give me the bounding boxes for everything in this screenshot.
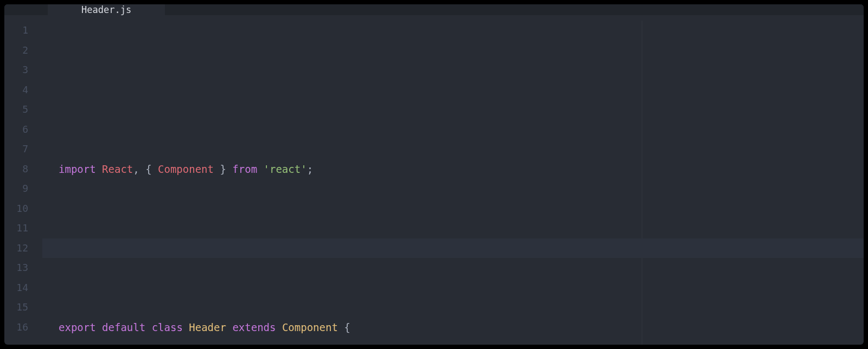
line-number: 8 — [4, 159, 28, 179]
tab-label: Header.js — [81, 4, 131, 15]
code-lines: import React, { Component } from 'react'… — [42, 100, 864, 345]
code-line: import React, { Component } from 'react'… — [42, 159, 864, 179]
line-number: 14 — [4, 278, 28, 298]
tab-spacer — [4, 4, 48, 15]
code-line: export default class Header extends Comp… — [42, 318, 864, 338]
editor-frame: Header.js 1 2 3 4 5 6 7 8 9 10 11 12 13 … — [4, 4, 864, 345]
code-line — [42, 238, 864, 258]
line-number: 6 — [4, 120, 28, 140]
line-number: 5 — [4, 100, 28, 120]
line-number: 11 — [4, 218, 28, 238]
line-number: 7 — [4, 139, 28, 159]
line-number: 16 — [4, 318, 28, 338]
line-number: 9 — [4, 179, 28, 199]
line-number: 2 — [4, 41, 28, 61]
line-number: 13 — [4, 258, 28, 278]
line-number: 12 — [4, 238, 28, 258]
line-number: 15 — [4, 298, 28, 318]
tab-bar: Header.js — [4, 4, 864, 15]
line-number: 4 — [4, 80, 28, 100]
line-number: 10 — [4, 199, 28, 219]
editor-body: 1 2 3 4 5 6 7 8 9 10 11 12 13 14 15 16 i… — [4, 15, 864, 345]
code-area[interactable]: import React, { Component } from 'react'… — [42, 21, 864, 345]
tab-header-js[interactable]: Header.js — [48, 4, 165, 15]
line-number: 1 — [4, 21, 28, 41]
gutter: 1 2 3 4 5 6 7 8 9 10 11 12 13 14 15 16 — [4, 21, 42, 345]
line-number: 3 — [4, 60, 28, 80]
